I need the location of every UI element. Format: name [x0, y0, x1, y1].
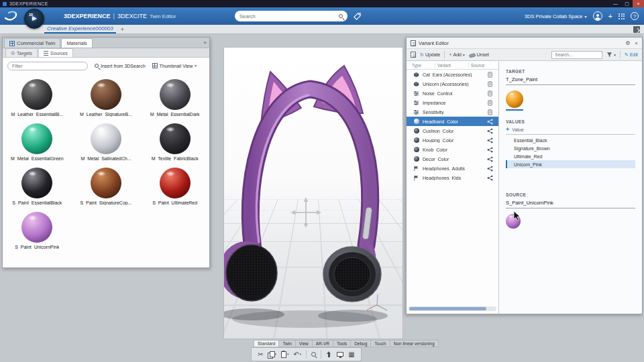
update-button[interactable]: ↻ Update	[420, 52, 440, 58]
tab-label: Materials	[66, 40, 87, 46]
variant-row[interactable]: Headband_Color	[407, 117, 498, 126]
subtab-sources[interactable]: Sources	[38, 48, 73, 57]
variant-row[interactable]: Housing_Color	[407, 135, 498, 145]
column-variant[interactable]: Variant	[437, 63, 451, 68]
viewport-tab-twin[interactable]: Twin	[279, 340, 295, 347]
variant-rows: Cat_Ears (Accessories)Unicorn (Accessori…	[407, 70, 498, 182]
tab-materials[interactable]: Materials	[61, 38, 92, 48]
unset-button[interactable]: Unset	[469, 52, 489, 58]
close-icon[interactable]: ×	[633, 0, 644, 7]
edit-button[interactable]: ✎ Edit	[625, 52, 638, 58]
value-item[interactable]: Unicorn_Pink	[506, 160, 635, 168]
variant-row[interactable]: Impedance	[407, 98, 498, 107]
value-item[interactable]: Ultimate_Red	[506, 152, 635, 160]
tag-icon[interactable]	[353, 12, 362, 21]
column-type[interactable]: Type	[412, 63, 421, 68]
filter-button[interactable]: ▾	[606, 52, 616, 58]
scrollbar-thumb[interactable]	[409, 307, 486, 310]
option-icon	[413, 90, 420, 97]
user-avatar[interactable]	[593, 11, 602, 21]
global-search[interactable]	[235, 11, 347, 21]
source-value[interactable]: S_Paint_UnicornPink	[506, 200, 635, 208]
viewport-tab-tools[interactable]: Tools	[333, 340, 351, 347]
share-icon	[484, 147, 495, 153]
new-tab-icon[interactable]: +	[121, 26, 124, 33]
display-icon[interactable]	[337, 352, 343, 357]
target-value[interactable]: T_Zone_Paint	[506, 76, 635, 85]
variant-table-header: Type Variant Source	[407, 61, 498, 70]
minimize-icon[interactable]: —	[610, 0, 621, 7]
variant-row[interactable]: Noise_Control	[407, 88, 498, 98]
search-input[interactable]	[239, 13, 339, 19]
cut-icon[interactable]: ✂	[258, 351, 263, 358]
thumbnail-view-button[interactable]: Thumbnail View ▾	[152, 63, 197, 68]
collab-space-selector[interactable]: 3DS Private Collab Space ▾	[525, 13, 587, 19]
variant-row[interactable]: Sensitivity	[407, 107, 498, 117]
compass-icon[interactable]: 3D ▶	[24, 9, 44, 29]
value-item[interactable]: Essential_Black	[506, 136, 635, 144]
filter-input[interactable]	[7, 62, 88, 70]
move-gizmo	[293, 200, 319, 225]
variant-row[interactable]: Cat_Ears (Accessories)	[407, 70, 498, 79]
add-value-button[interactable]: + Value	[506, 127, 635, 135]
variant-name: Headphones_Kids	[423, 176, 484, 180]
help-icon[interactable]: ?	[631, 12, 639, 20]
variant-row[interactable]: Headphones_Kids	[407, 173, 498, 182]
collab-space-label: 3DS Private Collab Space	[525, 13, 583, 19]
subtab-targets[interactable]: ◎ Targets	[5, 48, 38, 57]
paste-icon[interactable]: ▾	[281, 351, 289, 358]
material-item[interactable]: M_Textile_FabricBlack	[140, 123, 209, 161]
material-item[interactable]: S_Paint_SignatureCop...	[72, 168, 141, 205]
viewport-tab-ar-vr[interactable]: AR-VR	[313, 340, 333, 347]
material-sphere	[160, 123, 191, 154]
variant-name: Headphones_Adults	[423, 166, 484, 171]
variant-row[interactable]: Decor_Color	[407, 154, 498, 164]
add-content-icon[interactable]: +	[608, 13, 612, 20]
column-source[interactable]: Source	[471, 63, 485, 68]
value-item[interactable]: Signature_Brown	[506, 144, 635, 152]
mouse-cursor	[513, 210, 521, 221]
target-swatch[interactable]	[506, 90, 523, 108]
material-item[interactable]: M_Metal_EssentialDark	[140, 79, 209, 117]
variant-row[interactable]: Cushion_Color	[407, 126, 498, 135]
close-panel-icon[interactable]: ×	[635, 40, 638, 46]
viewport-tab-debug[interactable]: Debug	[351, 340, 371, 347]
variant-row[interactable]: Unicorn (Accessories)	[407, 79, 498, 88]
fullscreen-icon[interactable]	[633, 26, 640, 33]
export-icon[interactable]	[326, 351, 332, 357]
material-item[interactable]: M_Metal_SatinatedCh...	[72, 123, 141, 161]
variant-search-input[interactable]	[551, 51, 602, 59]
undo-icon[interactable]: ↶▾	[293, 351, 301, 358]
material-item[interactable]: M_Leather_EssentialBl...	[3, 79, 72, 117]
tab-commercial-twin[interactable]: Commercial Twin	[4, 38, 60, 48]
viewport-tab-standard[interactable]: Standard	[254, 340, 279, 347]
material-item[interactable]: M_Leather_SignatureB...	[72, 79, 141, 117]
app-grid-icon[interactable]	[619, 13, 625, 19]
maximize-icon[interactable]: ▢	[621, 0, 633, 7]
checklist-icon[interactable]	[411, 52, 416, 58]
zoom-icon[interactable]	[311, 352, 316, 357]
variant-row[interactable]: Knob_Color	[407, 145, 498, 154]
insert-from-3dsearch-button[interactable]: Insert from 3DSearch	[95, 64, 146, 68]
horizontal-scrollbar[interactable]	[409, 306, 496, 311]
3d-viewport[interactable]	[223, 47, 403, 339]
viewport-tab-view[interactable]: View	[296, 340, 313, 347]
material-item[interactable]: S_Paint_UltimateRed	[140, 168, 209, 205]
search-icon[interactable]	[339, 14, 343, 18]
gear-icon[interactable]: ⚙	[625, 40, 630, 46]
button-label: Edit	[630, 52, 638, 57]
material-item[interactable]: S_Paint_UnicornPink	[3, 212, 72, 249]
close-panel-icon[interactable]: ×	[203, 40, 207, 46]
materials-panel: Commercial Twin Materials × ◎ Targets So…	[2, 37, 210, 268]
material-item[interactable]: S_Paint_EssentialBlack	[3, 168, 72, 205]
viewport-tab-touch[interactable]: Touch	[371, 340, 390, 347]
material-item[interactable]: M_Metal_EssentialGreen	[3, 123, 72, 161]
copy-icon[interactable]: ▾	[268, 351, 276, 358]
viewport-tab-non-linear-versioning[interactable]: Non linear versioning	[390, 340, 439, 347]
variant-row[interactable]: Headphones_Adults	[407, 164, 498, 173]
refresh-icon: ↻	[420, 52, 424, 58]
app-brand: 3DEXPERIENCE | 3DEXCITE Twin Editor	[64, 13, 176, 19]
tab-creative-experience[interactable]: Creative Experience000003	[44, 25, 116, 34]
grid-view-icon[interactable]: ▦	[348, 351, 354, 358]
add-button[interactable]: + Add ▾	[449, 52, 464, 57]
